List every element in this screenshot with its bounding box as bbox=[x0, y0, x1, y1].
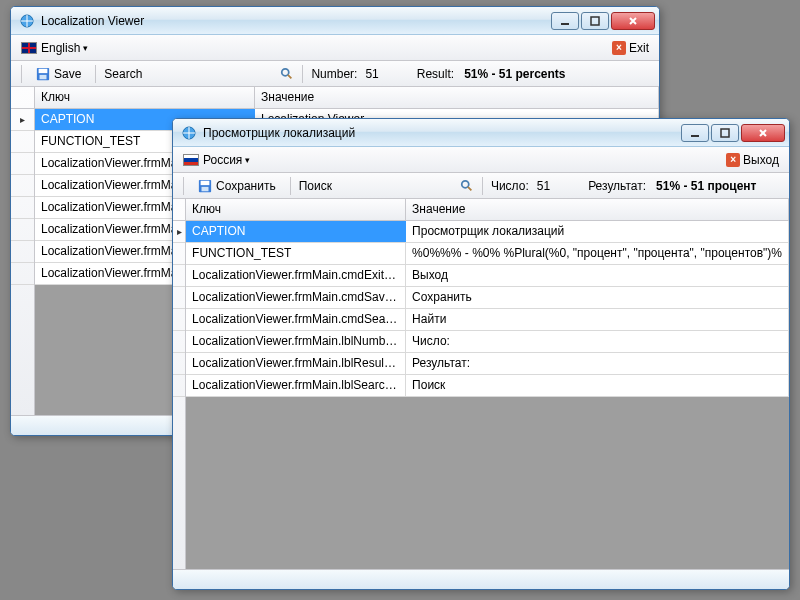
toolbar: Сохранить Поиск Число: 51 Результат: 51%… bbox=[173, 173, 789, 199]
save-label: Сохранить bbox=[216, 179, 276, 193]
save-label: Save bbox=[54, 67, 81, 81]
cell-value[interactable]: Число: bbox=[406, 331, 789, 352]
row-selector-column bbox=[11, 87, 35, 415]
table-row[interactable]: LocalizationViewer.frmMain.lblSearch_Tex… bbox=[186, 375, 789, 397]
table-row[interactable]: LocalizationViewer.frmMain.cmdExit_TextВ… bbox=[186, 265, 789, 287]
column-header-key[interactable]: Ключ bbox=[35, 87, 255, 108]
close-button[interactable] bbox=[741, 124, 785, 142]
close-icon: × bbox=[726, 153, 740, 167]
column-header-key[interactable]: Ключ bbox=[186, 199, 406, 220]
app-icon bbox=[181, 125, 197, 141]
cell-key[interactable]: LocalizationViewer.frmMain.lblNumber_Tex… bbox=[186, 331, 406, 352]
cell-key[interactable]: LocalizationViewer.frmMain.cmdSave_Text bbox=[186, 287, 406, 308]
chevron-down-icon: ▾ bbox=[245, 155, 250, 165]
flag-uk-icon bbox=[21, 42, 37, 54]
svg-rect-12 bbox=[201, 180, 210, 184]
floppy-icon bbox=[198, 179, 212, 193]
result-label: Result: bbox=[417, 67, 454, 81]
minimize-button[interactable] bbox=[551, 12, 579, 30]
cell-key[interactable]: LocalizationViewer.frmMain.lblResult_Tex… bbox=[186, 353, 406, 374]
row-selector-column bbox=[173, 199, 186, 569]
cell-value[interactable]: Результат: bbox=[406, 353, 789, 374]
svg-rect-5 bbox=[40, 74, 47, 78]
table-row[interactable]: LocalizationViewer.frmMain.cmdSearch_Tex… bbox=[186, 309, 789, 331]
column-header-value[interactable]: Значение bbox=[406, 199, 789, 220]
toolbar: Save Search Number: 51 Result: 51% - 51 … bbox=[11, 61, 659, 87]
cell-value[interactable]: Выход bbox=[406, 265, 789, 286]
number-value: 51 bbox=[365, 67, 378, 81]
menubar: English ▾ × Exit bbox=[11, 35, 659, 61]
table-row[interactable]: LocalizationViewer.frmMain.cmdSave_TextС… bbox=[186, 287, 789, 309]
result-value: 51% - 51 percents bbox=[464, 67, 565, 81]
grid-header: Ключ Значение bbox=[35, 87, 659, 109]
cell-key[interactable]: LocalizationViewer.frmMain.lblSearch_Tex… bbox=[186, 375, 406, 396]
save-button[interactable]: Сохранить bbox=[192, 176, 282, 196]
language-selector[interactable]: English ▾ bbox=[17, 39, 92, 57]
minimize-button[interactable] bbox=[681, 124, 709, 142]
grid-body[interactable]: CAPTIONПросмотрщик локализацийFUNCTION_T… bbox=[186, 221, 789, 397]
cell-key[interactable]: CAPTION bbox=[186, 221, 406, 242]
exit-button[interactable]: × Exit bbox=[608, 39, 653, 57]
number-value: 51 bbox=[537, 179, 550, 193]
exit-label: Выход bbox=[743, 153, 779, 167]
statusbar bbox=[173, 569, 789, 589]
search-label: Search bbox=[104, 67, 142, 81]
result-value: 51% - 51 процент bbox=[656, 179, 756, 193]
svg-rect-13 bbox=[202, 186, 209, 190]
svg-line-7 bbox=[288, 74, 292, 78]
table-row[interactable]: LocalizationViewer.frmMain.lblNumber_Tex… bbox=[186, 331, 789, 353]
floppy-icon bbox=[36, 67, 50, 81]
language-selector[interactable]: Россия ▾ bbox=[179, 151, 254, 169]
save-button[interactable]: Save bbox=[30, 64, 87, 84]
number-label: Number: bbox=[311, 67, 357, 81]
svg-rect-10 bbox=[721, 129, 729, 137]
number-label: Число: bbox=[491, 179, 529, 193]
close-icon: × bbox=[612, 41, 626, 55]
svg-rect-2 bbox=[591, 17, 599, 25]
window-title: Localization Viewer bbox=[41, 14, 549, 28]
table-row[interactable]: FUNCTION_TEST%0%%% - %0% %Plural(%0, "пр… bbox=[186, 243, 789, 265]
window-title: Просмотрщик локализаций bbox=[203, 126, 679, 140]
search-icon[interactable] bbox=[460, 179, 474, 193]
flag-ru-icon bbox=[183, 154, 199, 166]
menubar: Россия ▾ × Выход bbox=[173, 147, 789, 173]
cell-key[interactable]: LocalizationViewer.frmMain.cmdExit_Text bbox=[186, 265, 406, 286]
window-russian: Просмотрщик локализаций Россия ▾ × Выход… bbox=[172, 118, 790, 590]
app-icon bbox=[19, 13, 35, 29]
svg-line-15 bbox=[468, 186, 472, 190]
search-icon[interactable] bbox=[280, 67, 294, 81]
cell-value[interactable]: Просмотрщик локализаций bbox=[406, 221, 789, 242]
cell-key[interactable]: FUNCTION_TEST bbox=[186, 243, 406, 264]
grid-header: Ключ Значение bbox=[186, 199, 789, 221]
chevron-down-icon: ▾ bbox=[83, 43, 88, 53]
grid-container: Ключ Значение CAPTIONПросмотрщик локализ… bbox=[173, 199, 789, 569]
maximize-button[interactable] bbox=[711, 124, 739, 142]
svg-rect-4 bbox=[39, 68, 48, 72]
titlebar[interactable]: Localization Viewer bbox=[11, 7, 659, 35]
cell-value[interactable]: Поиск bbox=[406, 375, 789, 396]
maximize-button[interactable] bbox=[581, 12, 609, 30]
svg-point-14 bbox=[462, 180, 469, 187]
exit-button[interactable]: × Выход bbox=[722, 151, 783, 169]
close-button[interactable] bbox=[611, 12, 655, 30]
language-label: English bbox=[41, 41, 80, 55]
table-row[interactable]: CAPTIONПросмотрщик локализаций bbox=[186, 221, 789, 243]
search-label: Поиск bbox=[299, 179, 332, 193]
titlebar[interactable]: Просмотрщик локализаций bbox=[173, 119, 789, 147]
language-label: Россия bbox=[203, 153, 242, 167]
cell-key[interactable]: LocalizationViewer.frmMain.cmdSearch_Tex… bbox=[186, 309, 406, 330]
table-row[interactable]: LocalizationViewer.frmMain.lblResult_Tex… bbox=[186, 353, 789, 375]
row-indicator-current[interactable] bbox=[11, 109, 34, 131]
row-indicator-current[interactable] bbox=[173, 221, 185, 243]
exit-label: Exit bbox=[629, 41, 649, 55]
cell-value[interactable]: %0%%% - %0% %Plural(%0, "процент", "проц… bbox=[406, 243, 789, 264]
cell-value[interactable]: Найти bbox=[406, 309, 789, 330]
result-label: Результат: bbox=[588, 179, 646, 193]
cell-value[interactable]: Сохранить bbox=[406, 287, 789, 308]
column-header-value[interactable]: Значение bbox=[255, 87, 659, 108]
svg-point-6 bbox=[282, 68, 289, 75]
